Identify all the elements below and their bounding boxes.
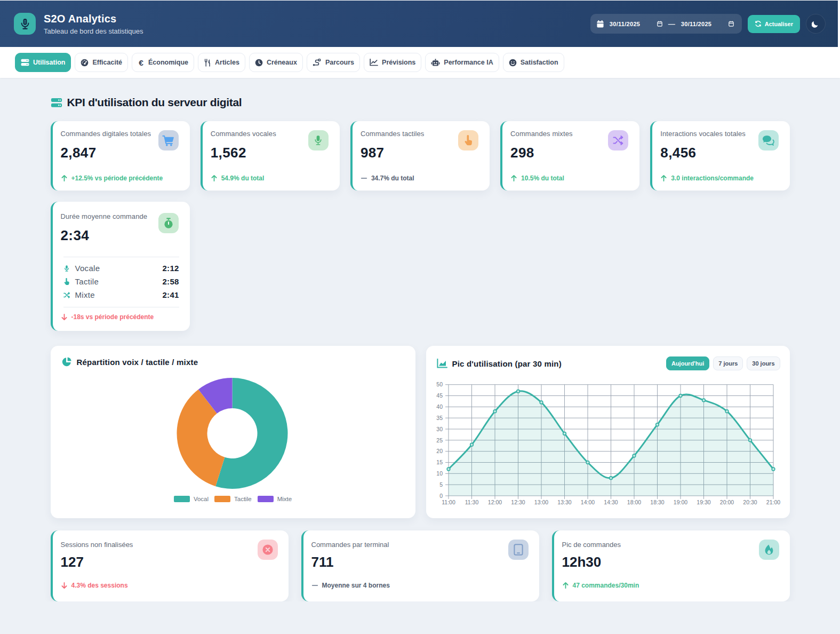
svg-text:19:00: 19:00 [673,499,687,505]
svg-text:12:30: 12:30 [511,499,525,505]
svg-text:12:00: 12:00 [487,499,501,505]
svg-text:11:00: 11:00 [442,499,455,505]
svg-text:20: 20 [436,448,443,454]
svg-text:10: 10 [436,470,443,477]
svg-text:13:00: 13:00 [534,499,548,505]
svg-text:18:30: 18:30 [650,499,664,505]
svg-text:35: 35 [436,415,443,421]
svg-text:€: € [139,59,143,67]
svg-text:18:00: 18:00 [627,499,641,505]
svg-text:25: 25 [436,437,443,443]
svg-text:50: 50 [436,381,443,387]
svg-text:20:00: 20:00 [719,499,733,505]
svg-text:14:00: 14:00 [580,499,594,505]
svg-text:40: 40 [436,403,443,410]
svg-text:14:30: 14:30 [604,499,618,505]
svg-text:30: 30 [436,426,443,432]
svg-text:45: 45 [436,392,443,399]
svg-text:5: 5 [439,481,443,488]
svg-text:15: 15 [436,459,443,465]
svg-text:19:30: 19:30 [697,499,710,505]
svg-text:13:30: 13:30 [557,499,571,505]
svg-text:21:00: 21:00 [766,499,780,505]
svg-text:20:30: 20:30 [743,499,757,505]
svg-text:0: 0 [439,493,443,499]
svg-text:11:30: 11:30 [465,499,478,505]
